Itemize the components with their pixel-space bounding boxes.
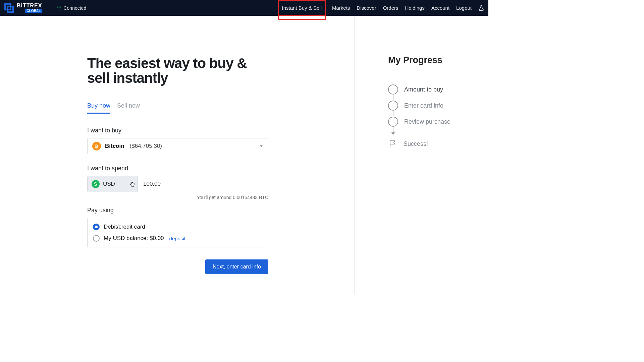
step-label: Success! <box>404 140 428 147</box>
buy-label: I want to buy <box>87 127 268 134</box>
progress-step-amount: Amount to buy <box>388 81 488 98</box>
progress-title: My Progress <box>388 55 488 65</box>
flag-icon <box>388 140 397 148</box>
pay-balance-prefix: My USD balance: $ <box>104 235 153 241</box>
pay-card-option[interactable]: Debit/credit card <box>93 224 263 230</box>
tab-buy[interactable]: Buy now <box>87 102 110 114</box>
wifi-icon <box>57 6 61 10</box>
progress-step-success: Success! <box>388 136 488 152</box>
svg-text:₿: ₿ <box>95 143 98 149</box>
nav-markets[interactable]: Markets <box>331 0 351 16</box>
top-nav: Instant Buy & Sell Markets Discover Orde… <box>278 0 485 16</box>
pay-balance-radio[interactable] <box>93 235 100 242</box>
connection-status: Connected <box>57 5 86 11</box>
bitcoin-icon: ₿ <box>92 142 101 150</box>
pay-balance-amount: 0.00 <box>153 235 164 241</box>
coin-select[interactable]: ₿ Bitcoin ($64,705.30) <box>87 138 268 154</box>
pay-card-radio[interactable] <box>93 224 100 230</box>
progress-step-review: Review purchase <box>388 114 488 130</box>
spend-row: S USD <box>87 176 268 192</box>
amount-input[interactable] <box>138 176 268 192</box>
sidebar: My Progress Amount to buy Enter card inf… <box>354 16 488 294</box>
tabs: Buy now Sell now <box>87 102 268 114</box>
step-circle-icon <box>388 101 398 111</box>
step-arrow-icon <box>393 126 393 132</box>
nav-account[interactable]: Account <box>431 0 450 16</box>
progress-step-card: Enter card info <box>388 98 488 114</box>
step-circle-icon <box>388 117 398 127</box>
nav-discover[interactable]: Discover <box>356 0 377 16</box>
step-label: Amount to buy <box>404 86 443 93</box>
coin-price: ($64,705.30) <box>130 143 162 149</box>
step-label: Enter card info <box>404 102 443 109</box>
step-circle-icon <box>388 84 398 95</box>
page-title: The easiest way to buy & sell instantly <box>87 56 268 85</box>
usd-icon: S <box>92 180 100 188</box>
brand-name: BITTREX <box>17 3 42 8</box>
nav-instant[interactable]: Instant Buy & Sell <box>278 0 326 16</box>
pay-card-label: Debit/credit card <box>104 224 145 230</box>
pay-balance-label: My USD balance: $0.00 <box>104 235 164 242</box>
currency-code: USD <box>103 181 115 187</box>
brand-sub: GLOBAL <box>25 9 42 13</box>
flask-icon <box>478 5 484 11</box>
coin-name: Bitcoin <box>105 143 124 149</box>
logo[interactable]: BITTREX GLOBAL <box>4 3 42 13</box>
estimate-text: You'll get around 0.00154483 BTC <box>87 195 268 200</box>
nav-holdings[interactable]: Holdings <box>405 0 425 16</box>
step-label: Review purchase <box>404 118 450 125</box>
tab-sell[interactable]: Sell now <box>117 102 140 114</box>
nav-orders[interactable]: Orders <box>382 0 399 16</box>
deposit-link[interactable]: deposit <box>169 236 185 241</box>
nav-logout[interactable]: Logout <box>455 0 472 16</box>
chevron-down-icon <box>259 144 263 148</box>
next-button[interactable]: Next, enter card info <box>205 259 268 274</box>
nav-labs[interactable] <box>478 0 485 16</box>
spend-label: I want to spend <box>87 165 268 172</box>
pay-label: Pay using <box>87 207 268 214</box>
header: BITTREX GLOBAL Connected Instant Buy & S… <box>0 0 488 16</box>
logo-icon <box>4 3 14 13</box>
pay-box: Debit/credit card My USD balance: $0.00 … <box>87 218 268 247</box>
connected-label: Connected <box>63 5 86 11</box>
currency-select[interactable]: S USD <box>88 176 138 192</box>
chevron-down-icon <box>130 182 133 186</box>
pay-balance-option[interactable]: My USD balance: $0.00 deposit <box>93 235 263 242</box>
progress-list: Amount to buy Enter card info Review pur… <box>388 81 488 152</box>
